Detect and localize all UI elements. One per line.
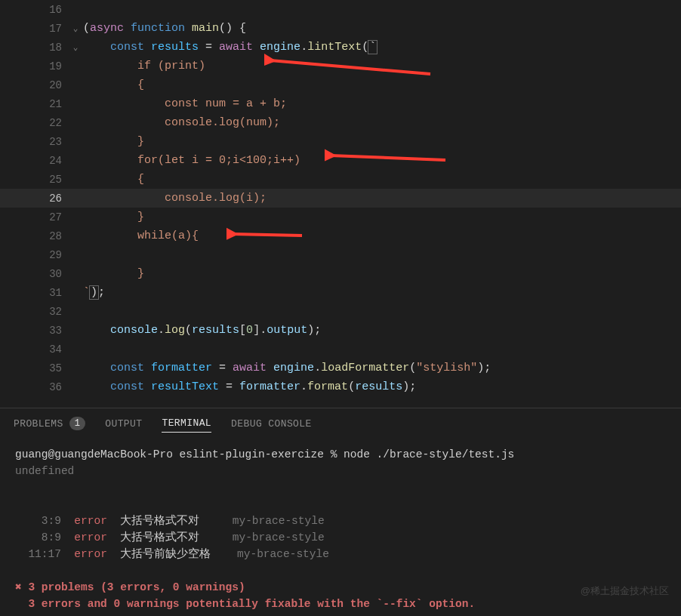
line-number: 30 — [0, 268, 68, 280]
code-line[interactable]: 23 } — [0, 132, 681, 151]
tab-output[interactable]: OUTPUT — [105, 415, 142, 433]
code-content: const num = a + b; — [83, 97, 681, 110]
code-line[interactable]: 30 } — [0, 264, 681, 283]
terminal-output[interactable]: guang@guangdeMacBook-Pro eslint-plugin-e… — [0, 439, 681, 616]
code-content: (async function main() { — [83, 22, 681, 35]
code-content: } — [83, 267, 681, 280]
line-number: 36 — [0, 381, 68, 393]
tab-problems[interactable]: PROBLEMS 1 — [14, 414, 85, 433]
code-line[interactable]: 22 console.log(num); — [0, 113, 681, 132]
line-number: 34 — [0, 343, 68, 356]
line-number: 20 — [0, 79, 68, 91]
tab-debug-label: DEBUG CONSOLE — [231, 418, 312, 430]
tab-terminal[interactable]: TERMINAL — [162, 414, 211, 433]
line-number: 26 — [0, 192, 68, 205]
fold-icon[interactable]: ⌄ — [68, 23, 83, 33]
tab-debug-console[interactable]: DEBUG CONSOLE — [231, 415, 312, 433]
code-line[interactable]: 36 const resultText = formatter.format(r… — [0, 377, 681, 396]
tab-problems-label: PROBLEMS — [14, 418, 63, 430]
bottom-panel: PROBLEMS 1 OUTPUT TERMINAL DEBUG CONSOLE… — [0, 408, 681, 616]
line-number: 29 — [0, 249, 68, 261]
code-line[interactable]: 21 const num = a + b; — [0, 94, 681, 113]
code-content: `); — [83, 286, 681, 299]
line-number: 32 — [0, 306, 68, 318]
line-number: 31 — [0, 287, 68, 299]
problems-count-badge: 1 — [69, 417, 86, 430]
code-content: const resultText = formatter.format(resu… — [83, 380, 681, 393]
line-number: 19 — [0, 60, 68, 72]
code-line[interactable]: 18⌄ const results = await engine.lintTex… — [0, 38, 681, 57]
line-number: 17 — [0, 23, 68, 35]
tab-terminal-label: TERMINAL — [162, 417, 211, 429]
code-content: { — [83, 79, 681, 91]
line-number: 24 — [0, 155, 68, 167]
code-line[interactable]: 27 } — [0, 208, 681, 226]
line-number: 22 — [0, 117, 68, 129]
line-number: 21 — [0, 98, 68, 110]
line-number: 35 — [0, 362, 68, 374]
panel-tabs: PROBLEMS 1 OUTPUT TERMINAL DEBUG CONSOLE — [0, 408, 681, 439]
code-content: const results = await engine.lintText(` — [83, 41, 681, 54]
code-content: const formatter = await engine.loadForma… — [83, 362, 681, 374]
code-content: if (print) — [83, 60, 681, 72]
code-content: for(let i = 0;i<100;i++) — [83, 154, 681, 167]
code-line[interactable]: 25 { — [0, 170, 681, 189]
code-content: while(a){ — [83, 229, 681, 242]
code-line[interactable]: 20 { — [0, 75, 681, 94]
code-line[interactable]: 19 if (print) — [0, 57, 681, 75]
line-number: 27 — [0, 211, 68, 223]
line-number: 25 — [0, 174, 68, 186]
code-line[interactable]: 29 — [0, 245, 681, 264]
watermark: @稀土掘金技术社区 — [581, 584, 669, 598]
code-content: { — [83, 173, 681, 186]
code-line[interactable]: 34 — [0, 340, 681, 359]
code-content: } — [83, 211, 681, 223]
code-line[interactable]: 16 — [0, 0, 681, 19]
code-content: console.log(num); — [83, 116, 681, 129]
code-line[interactable]: 24 for(let i = 0;i<100;i++) — [0, 151, 681, 170]
code-line[interactable]: 28 while(a){ — [0, 226, 681, 245]
fold-icon[interactable]: ⌄ — [68, 42, 83, 52]
line-number: 28 — [0, 230, 68, 242]
line-number: 18 — [0, 42, 68, 54]
code-content: console.log(results[0].output); — [83, 324, 681, 337]
tab-output-label: OUTPUT — [105, 418, 142, 430]
code-content: } — [83, 135, 681, 148]
code-line[interactable]: 26 console.log(i); — [0, 189, 681, 208]
code-editor[interactable]: 1617⌄(async function main() {18⌄ const r… — [0, 0, 681, 408]
code-line[interactable]: 31`); — [0, 283, 681, 302]
line-number: 16 — [0, 4, 68, 16]
line-number: 23 — [0, 136, 68, 148]
code-line[interactable]: 32 — [0, 302, 681, 321]
code-line[interactable]: 33 console.log(results[0].output); — [0, 321, 681, 340]
code-content: console.log(i); — [83, 192, 681, 205]
code-line[interactable]: 35 const formatter = await engine.loadFo… — [0, 359, 681, 377]
code-line[interactable]: 17⌄(async function main() { — [0, 19, 681, 38]
line-number: 33 — [0, 325, 68, 337]
